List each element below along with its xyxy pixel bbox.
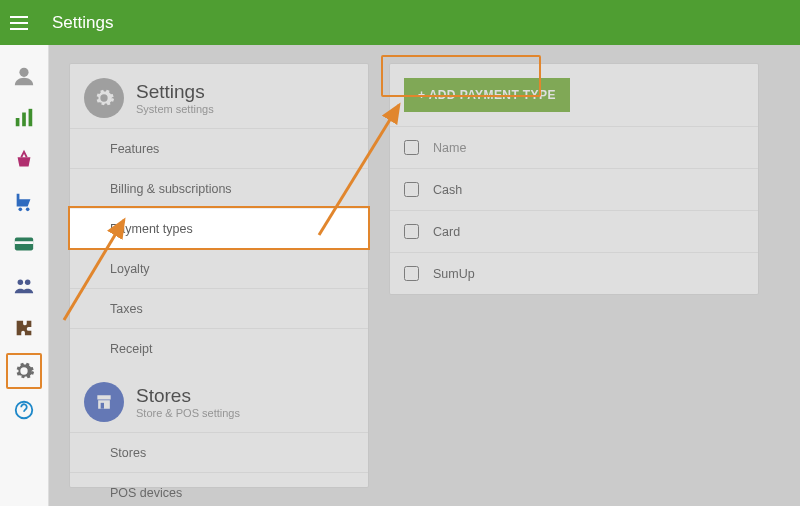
column-name: Name bbox=[433, 141, 466, 155]
top-bar: Settings bbox=[0, 0, 800, 45]
page-title: Settings bbox=[52, 13, 113, 33]
help-icon[interactable] bbox=[0, 389, 49, 431]
left-nav bbox=[0, 45, 49, 506]
svg-rect-7 bbox=[15, 241, 33, 244]
svg-rect-11 bbox=[101, 403, 104, 409]
gear-icon bbox=[13, 360, 35, 382]
menu-item-payment-types[interactable]: Payment types bbox=[70, 208, 368, 248]
row-label: Cash bbox=[433, 183, 462, 197]
basket-icon[interactable] bbox=[0, 139, 49, 181]
svg-rect-2 bbox=[22, 113, 26, 127]
svg-rect-1 bbox=[16, 118, 20, 126]
svg-rect-3 bbox=[29, 109, 33, 126]
svg-point-5 bbox=[26, 208, 30, 212]
menu-item-loyalty[interactable]: Loyalty bbox=[70, 248, 368, 288]
payment-type-row[interactable]: Cash bbox=[390, 168, 758, 210]
menu-item-receipt[interactable]: Receipt bbox=[70, 328, 368, 368]
gear-icon bbox=[84, 78, 124, 118]
content-area: Settings System settings FeaturesBilling… bbox=[49, 45, 800, 506]
card-icon[interactable] bbox=[0, 223, 49, 265]
stores-subtitle: Store & POS settings bbox=[136, 407, 240, 419]
settings-subtitle: System settings bbox=[136, 103, 214, 115]
menu-item-taxes[interactable]: Taxes bbox=[70, 288, 368, 328]
svg-point-9 bbox=[25, 280, 30, 286]
menu-icon[interactable] bbox=[10, 11, 34, 35]
store-icon bbox=[84, 382, 124, 422]
row-label: SumUp bbox=[433, 267, 475, 281]
stores-section-header: Stores Store & POS settings bbox=[70, 368, 368, 432]
svg-point-8 bbox=[18, 280, 23, 286]
svg-point-4 bbox=[19, 208, 23, 212]
payment-types-card: + ADD PAYMENT TYPE Name CashCardSumUp bbox=[389, 63, 759, 295]
add-payment-type-button[interactable]: + ADD PAYMENT TYPE bbox=[404, 78, 570, 112]
menu-item-pos-devices[interactable]: POS devices bbox=[70, 472, 368, 506]
stores-title: Stores bbox=[136, 385, 240, 407]
add-button-label: + ADD PAYMENT TYPE bbox=[418, 88, 556, 102]
settings-nav-highlight[interactable] bbox=[6, 353, 42, 389]
settings-title: Settings bbox=[136, 81, 214, 103]
menu-item-billing-subscriptions[interactable]: Billing & subscriptions bbox=[70, 168, 368, 208]
row-label: Card bbox=[433, 225, 460, 239]
user-icon[interactable] bbox=[0, 55, 49, 97]
menu-item-features[interactable]: Features bbox=[70, 128, 368, 168]
payment-types-header-row: Name bbox=[390, 126, 758, 168]
select-all-checkbox[interactable] bbox=[404, 140, 419, 155]
settings-section-header: Settings System settings bbox=[70, 64, 368, 128]
chart-icon[interactable] bbox=[0, 97, 49, 139]
puzzle-icon[interactable] bbox=[0, 307, 49, 349]
row-checkbox[interactable] bbox=[404, 182, 419, 197]
svg-point-0 bbox=[19, 68, 28, 77]
payment-type-row[interactable]: Card bbox=[390, 210, 758, 252]
group-icon[interactable] bbox=[0, 265, 49, 307]
settings-menu-card: Settings System settings FeaturesBilling… bbox=[69, 63, 369, 488]
row-checkbox[interactable] bbox=[404, 266, 419, 281]
payment-type-row[interactable]: SumUp bbox=[390, 252, 758, 294]
menu-item-stores[interactable]: Stores bbox=[70, 432, 368, 472]
row-checkbox[interactable] bbox=[404, 224, 419, 239]
handcart-icon[interactable] bbox=[0, 181, 49, 223]
